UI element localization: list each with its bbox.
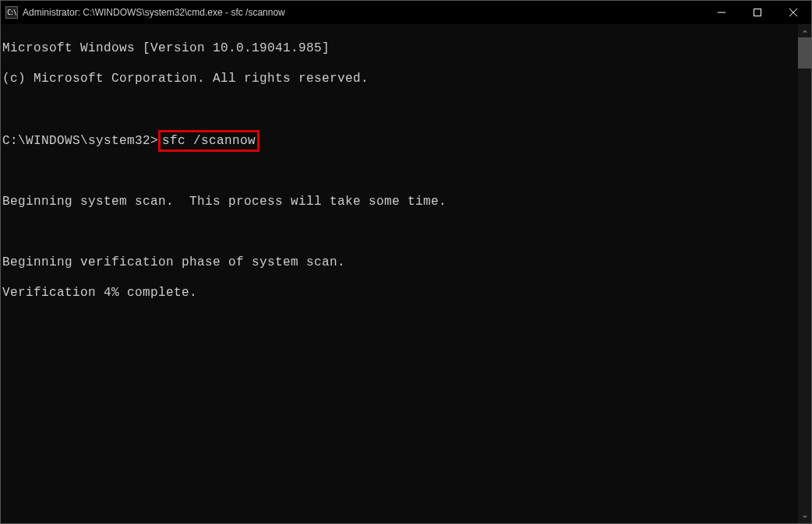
terminal-blank [2,102,796,118]
window-titlebar: C:\ Administrator: C:\WINDOWS\system32\c… [1,1,811,24]
minimize-button[interactable] [704,1,740,24]
scroll-thumb[interactable] [798,37,811,69]
terminal-prompt-line: C:\WINDOWS\system32>sfc /scannow [2,132,796,149]
terminal-output[interactable]: Microsoft Windows [Version 10.0.19041.98… [1,24,798,523]
terminal-line: Beginning system scan. This process will… [2,195,796,210]
prompt-path: C:\WINDOWS\system32> [2,134,158,149]
scroll-down-arrow-icon[interactable] [798,510,811,523]
svg-rect-1 [754,9,761,16]
terminal-line: Beginning verification phase of system s… [2,255,796,271]
cmd-icon: C:\ [5,6,18,19]
content-area: Microsoft Windows [Version 10.0.19041.98… [1,24,811,523]
window-title: Administrator: C:\WINDOWS\system32\cmd.e… [23,7,704,18]
maximize-button[interactable] [740,1,775,24]
terminal-line: (c) Microsoft Corporation. All rights re… [2,72,796,87]
terminal-blank [2,164,796,180]
terminal-line: Verification 4% complete. [2,286,796,301]
window-controls [704,1,811,24]
terminal-blank [2,225,796,241]
scroll-up-arrow-icon[interactable] [798,24,811,37]
command-highlight: sfc /scannow [158,130,259,152]
terminal-line: Microsoft Windows [Version 10.0.19041.98… [2,41,796,57]
scroll-track[interactable] [798,69,811,510]
vertical-scrollbar[interactable] [798,24,811,523]
close-button[interactable] [775,1,811,24]
